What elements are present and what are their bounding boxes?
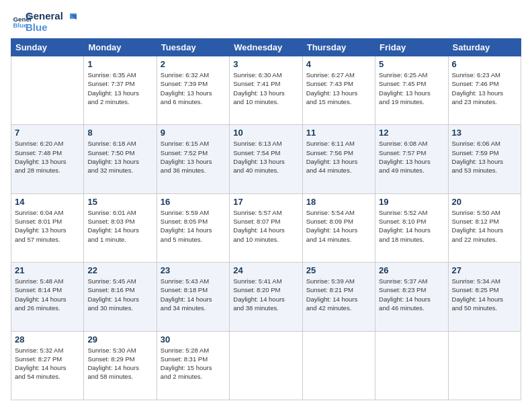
cell-content: Sunrise: 5:30 AMSunset: 8:29 PMDaylight:… bbox=[87, 346, 152, 381]
table-cell bbox=[448, 331, 521, 400]
cell-content: Sunrise: 6:06 AMSunset: 7:59 PMDaylight:… bbox=[452, 139, 517, 175]
calendar-row: 21Sunrise: 5:48 AMSunset: 8:14 PMDayligh… bbox=[11, 263, 521, 331]
cell-content: Sunrise: 6:27 AMSunset: 7:43 PMDaylight:… bbox=[306, 71, 371, 106]
day-number: 1 bbox=[87, 59, 152, 69]
table-cell: 28Sunrise: 5:32 AMSunset: 8:27 PMDayligh… bbox=[11, 331, 84, 400]
day-number: 5 bbox=[379, 59, 444, 69]
logo-wave-icon bbox=[64, 12, 78, 26]
table-cell: 25Sunrise: 5:39 AMSunset: 8:21 PMDayligh… bbox=[302, 263, 375, 331]
cell-content: Sunrise: 5:39 AMSunset: 8:21 PMDaylight:… bbox=[306, 277, 371, 312]
calendar-page: General Blue General Blue Sunday Monday bbox=[0, 0, 532, 411]
day-number: 20 bbox=[452, 197, 517, 207]
table-cell: 26Sunrise: 5:37 AMSunset: 8:23 PMDayligh… bbox=[375, 263, 448, 331]
day-number: 19 bbox=[379, 197, 444, 207]
table-cell: 14Sunrise: 6:04 AMSunset: 8:01 PMDayligh… bbox=[11, 193, 84, 262]
table-cell: 30Sunrise: 5:28 AMSunset: 8:31 PMDayligh… bbox=[157, 331, 229, 400]
cell-content: Sunrise: 6:15 AMSunset: 7:52 PMDaylight:… bbox=[161, 139, 226, 175]
day-number: 8 bbox=[87, 128, 152, 138]
day-number: 17 bbox=[233, 197, 298, 207]
col-tuesday: Tuesday bbox=[157, 39, 229, 56]
table-cell bbox=[230, 331, 302, 400]
cell-content: Sunrise: 5:41 AMSunset: 8:20 PMDaylight:… bbox=[233, 277, 298, 312]
day-number: 2 bbox=[161, 59, 226, 69]
table-cell: 23Sunrise: 5:43 AMSunset: 8:18 PMDayligh… bbox=[157, 263, 229, 331]
col-friday: Friday bbox=[375, 39, 448, 56]
day-number: 9 bbox=[161, 128, 226, 138]
day-number: 13 bbox=[452, 128, 517, 138]
cell-content: Sunrise: 6:01 AMSunset: 8:03 PMDaylight:… bbox=[87, 208, 152, 244]
cell-content: Sunrise: 6:08 AMSunset: 7:57 PMDaylight:… bbox=[379, 139, 444, 175]
day-number: 10 bbox=[233, 128, 298, 138]
day-number: 29 bbox=[87, 334, 152, 345]
cell-content: Sunrise: 6:11 AMSunset: 7:56 PMDaylight:… bbox=[306, 139, 371, 175]
col-wednesday: Wednesday bbox=[230, 39, 302, 56]
cell-content: Sunrise: 5:57 AMSunset: 8:07 PMDaylight:… bbox=[233, 208, 298, 244]
col-saturday: Saturday bbox=[448, 39, 521, 56]
table-cell: 4Sunrise: 6:27 AMSunset: 7:43 PMDaylight… bbox=[302, 56, 375, 125]
table-cell: 20Sunrise: 5:50 AMSunset: 8:12 PMDayligh… bbox=[448, 193, 521, 262]
table-cell: 2Sunrise: 6:32 AMSunset: 7:39 PMDaylight… bbox=[157, 56, 229, 125]
table-cell: 12Sunrise: 6:08 AMSunset: 7:57 PMDayligh… bbox=[375, 125, 448, 193]
table-cell: 5Sunrise: 6:25 AMSunset: 7:45 PMDaylight… bbox=[375, 56, 448, 125]
header-row: Sunday Monday Tuesday Wednesday Thursday… bbox=[11, 39, 521, 56]
cell-content: Sunrise: 6:18 AMSunset: 7:50 PMDaylight:… bbox=[87, 139, 152, 175]
cell-content: Sunrise: 6:30 AMSunset: 7:41 PMDaylight:… bbox=[233, 71, 298, 106]
day-number: 23 bbox=[161, 265, 226, 275]
cell-content: Sunrise: 6:20 AMSunset: 7:48 PMDaylight:… bbox=[15, 139, 80, 175]
day-number: 4 bbox=[306, 59, 371, 69]
cell-content: Sunrise: 5:45 AMSunset: 8:16 PMDaylight:… bbox=[87, 277, 152, 312]
table-cell: 18Sunrise: 5:54 AMSunset: 8:09 PMDayligh… bbox=[302, 193, 375, 262]
table-cell: 15Sunrise: 6:01 AMSunset: 8:03 PMDayligh… bbox=[84, 193, 157, 262]
day-number: 6 bbox=[452, 59, 517, 69]
table-cell: 11Sunrise: 6:11 AMSunset: 7:56 PMDayligh… bbox=[302, 125, 375, 193]
day-number: 7 bbox=[15, 128, 80, 138]
col-sunday: Sunday bbox=[11, 39, 84, 56]
day-number: 21 bbox=[15, 265, 80, 275]
table-cell: 22Sunrise: 5:45 AMSunset: 8:16 PMDayligh… bbox=[84, 263, 157, 331]
table-cell: 29Sunrise: 5:30 AMSunset: 8:29 PMDayligh… bbox=[84, 331, 157, 400]
cell-content: Sunrise: 5:48 AMSunset: 8:14 PMDaylight:… bbox=[15, 277, 80, 312]
table-cell: 8Sunrise: 6:18 AMSunset: 7:50 PMDaylight… bbox=[84, 125, 157, 193]
table-cell: 24Sunrise: 5:41 AMSunset: 8:20 PMDayligh… bbox=[230, 263, 302, 331]
table-cell: 21Sunrise: 5:48 AMSunset: 8:14 PMDayligh… bbox=[11, 263, 84, 331]
logo: General Blue General Blue bbox=[11, 11, 78, 33]
cell-content: Sunrise: 5:34 AMSunset: 8:25 PMDaylight:… bbox=[452, 277, 517, 312]
cell-content: Sunrise: 6:32 AMSunset: 7:39 PMDaylight:… bbox=[161, 71, 226, 106]
logo-general: General bbox=[26, 11, 63, 22]
col-thursday: Thursday bbox=[302, 39, 375, 56]
day-number: 11 bbox=[306, 128, 371, 138]
table-cell: 6Sunrise: 6:23 AMSunset: 7:46 PMDaylight… bbox=[448, 56, 521, 125]
day-number: 26 bbox=[379, 265, 444, 275]
cell-content: Sunrise: 6:04 AMSunset: 8:01 PMDaylight:… bbox=[15, 208, 80, 244]
day-number: 14 bbox=[15, 197, 80, 207]
cell-content: Sunrise: 5:28 AMSunset: 8:31 PMDaylight:… bbox=[161, 346, 226, 381]
day-number: 16 bbox=[161, 197, 226, 207]
day-number: 25 bbox=[306, 265, 371, 275]
cell-content: Sunrise: 6:13 AMSunset: 7:54 PMDaylight:… bbox=[233, 139, 298, 175]
calendar-row: 1Sunrise: 6:35 AMSunset: 7:37 PMDaylight… bbox=[11, 56, 521, 125]
table-cell: 27Sunrise: 5:34 AMSunset: 8:25 PMDayligh… bbox=[448, 263, 521, 331]
day-number: 12 bbox=[379, 128, 444, 138]
table-cell: 1Sunrise: 6:35 AMSunset: 7:37 PMDaylight… bbox=[84, 56, 157, 125]
cell-content: Sunrise: 5:59 AMSunset: 8:05 PMDaylight:… bbox=[161, 208, 226, 244]
day-number: 24 bbox=[233, 265, 298, 275]
cell-content: Sunrise: 5:43 AMSunset: 8:18 PMDaylight:… bbox=[161, 277, 226, 312]
day-number: 18 bbox=[306, 197, 371, 207]
table-cell: 13Sunrise: 6:06 AMSunset: 7:59 PMDayligh… bbox=[448, 125, 521, 193]
cell-content: Sunrise: 6:25 AMSunset: 7:45 PMDaylight:… bbox=[379, 71, 444, 106]
cell-content: Sunrise: 5:50 AMSunset: 8:12 PMDaylight:… bbox=[452, 208, 517, 244]
day-number: 27 bbox=[452, 265, 517, 275]
table-cell: 10Sunrise: 6:13 AMSunset: 7:54 PMDayligh… bbox=[230, 125, 302, 193]
cell-content: Sunrise: 5:54 AMSunset: 8:09 PMDaylight:… bbox=[306, 208, 371, 244]
day-number: 22 bbox=[87, 265, 152, 275]
logo-blue: Blue bbox=[26, 22, 63, 34]
calendar-row: 7Sunrise: 6:20 AMSunset: 7:48 PMDaylight… bbox=[11, 125, 521, 193]
day-number: 28 bbox=[15, 334, 80, 345]
table-cell bbox=[11, 56, 84, 125]
cell-content: Sunrise: 6:23 AMSunset: 7:46 PMDaylight:… bbox=[452, 71, 517, 106]
table-cell: 3Sunrise: 6:30 AMSunset: 7:41 PMDaylight… bbox=[230, 56, 302, 125]
cell-content: Sunrise: 5:32 AMSunset: 8:27 PMDaylight:… bbox=[15, 346, 80, 381]
table-cell: 19Sunrise: 5:52 AMSunset: 8:10 PMDayligh… bbox=[375, 193, 448, 262]
table-cell: 9Sunrise: 6:15 AMSunset: 7:52 PMDaylight… bbox=[157, 125, 229, 193]
table-cell: 7Sunrise: 6:20 AMSunset: 7:48 PMDaylight… bbox=[11, 125, 84, 193]
